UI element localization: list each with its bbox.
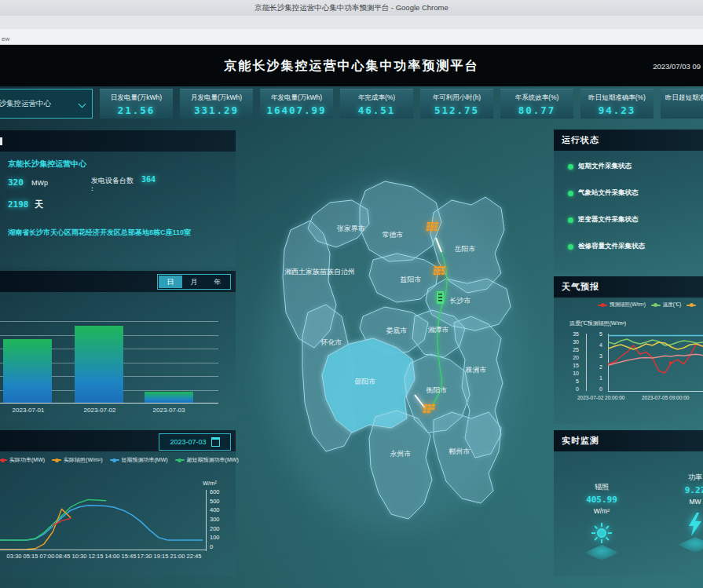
screen: 京能长沙集控运营中心集中功率预测平台 - Google Chrome ew 京能… (0, 0, 703, 588)
dashboard-header: 京能长沙集控运营中心集中功率预测平台 2023/07/03 09 (0, 45, 703, 86)
legend-item[interactable]: 温度(℃) (651, 301, 681, 309)
x-tick-label: 03:30 (7, 553, 22, 560)
map-city-label: 湘潭市 (428, 326, 449, 334)
y-tick-label: 15 (568, 363, 579, 368)
weather-legend: 预测辐照(W/m²) 温度(℃) (598, 301, 703, 309)
days-value: 2198 (8, 199, 29, 210)
x-axis-line (0, 403, 218, 404)
status-item-label: 检修容量文件采集状态 (578, 242, 645, 251)
power-label: 功率 (672, 473, 703, 483)
y-tick-label: 600 (210, 488, 220, 495)
days-unit: 天 (35, 199, 43, 210)
legend-item[interactable]: 预测辐照(W/m²) (598, 301, 646, 309)
temp-axis-line (586, 334, 587, 391)
y-tick-label: 20 (568, 355, 579, 360)
run-status-panel: 运行状态 短期文件采集状态 气象站文件采集状态 (554, 130, 703, 271)
solar-plant-icon[interactable] (426, 222, 438, 231)
control-center-icon[interactable] (437, 291, 444, 304)
stat-value: 21.56 (100, 104, 173, 116)
x-tick-label: 2023-07-05 09:00:00 (642, 395, 689, 400)
bar (3, 339, 52, 403)
irradiance-label: 辐照 (576, 482, 628, 492)
legend-item[interactable]: 超短期预测功率(MW) (175, 456, 239, 464)
dashboard: 京能长沙集控运营中心集中功率预测平台 2023/07/03 09 京能长沙集控运… (0, 45, 703, 588)
calendar-icon[interactable] (211, 437, 220, 447)
clipped-text-fragment (0, 137, 2, 145)
capacity-unit: MWp (31, 179, 48, 187)
legend-label: 实际辐照(W/m²) (64, 456, 102, 464)
solar-plant-icon[interactable] (433, 266, 445, 275)
map-city-label: 岳阳市 (455, 245, 476, 253)
station-select[interactable]: 京能长沙集控运营中心 (0, 89, 93, 119)
stat-value: 46.51 (340, 104, 413, 116)
legend-marker (598, 305, 607, 306)
weather-axis-label: 温度(℃预测辐照(W/m²) (569, 320, 626, 327)
map-city-label: 衡阳市 (427, 386, 448, 394)
browser-toolbar[interactable]: ew (0, 29, 703, 46)
y-tick-label: 5 (599, 331, 602, 337)
map-city-label: 长沙市 (450, 297, 471, 305)
series-line (609, 342, 703, 349)
legend-marker (687, 305, 696, 306)
x-tick-label: 05:15 (24, 553, 38, 560)
y-tick-label: 0 (599, 386, 602, 392)
legend-label: 温度(℃) (663, 301, 681, 309)
legend-dot (178, 458, 181, 462)
y-tick-label: 10 (568, 371, 579, 376)
tab-year[interactable]: 年 (206, 276, 229, 288)
power-legend: 实际功率(MW) 实际辐照(W/m²) 短期预测功率(MW) 超 (0, 456, 239, 464)
stat-value: 94.23 (580, 104, 654, 116)
map-city-label: 娄底市 (386, 327, 408, 334)
x-axis-label: 2023-07-03 (153, 407, 185, 414)
stat-box: 日发电量(万kWh) 21.56 (100, 89, 173, 119)
status-ok-dot (568, 191, 573, 196)
stat-value: 16407.99 (260, 104, 333, 116)
irradiance-unit: W/m² (576, 507, 628, 515)
x-tick-label: 2023-07-02 20:00:00 (577, 395, 624, 400)
province-map: 张家界市常德市岳阳市湘西土家族苗族自治州益阳市长沙市娄底市湘潭市怀化市株洲市邵阳… (236, 128, 551, 581)
legend-item[interactable]: 短期预测功率(MW) (110, 456, 168, 464)
status-ok-dot (568, 244, 573, 250)
legend-item[interactable]: 实际功率(MW) (0, 456, 45, 464)
tab-month[interactable]: 月 (182, 276, 206, 288)
company-name: 京能长沙集控运营中心 (8, 159, 86, 170)
date-picker[interactable]: 2023-07-03 (159, 433, 231, 451)
x-tick-label: 12:15 (89, 553, 104, 560)
panel-header: 运行状态 (554, 130, 703, 151)
legend-item[interactable]: 实际辐照(W/m²) (52, 456, 102, 464)
lightning-bolt-icon (672, 512, 703, 540)
panel-header: 2023-07-03 (0, 430, 236, 451)
status-item: 气象站文件采集状态 (568, 180, 645, 206)
stat-box: 年系统效率(%) 80.77 (500, 89, 573, 119)
y-tick-label: 500 (210, 498, 220, 505)
legend-dot (1, 458, 5, 462)
stat-label: 月发电量(万kWh) (180, 93, 253, 103)
station-address: 湖南省长沙市天心区雨花经济开发区总部基地8栋C座110室 (8, 228, 228, 238)
legend-item[interactable] (687, 301, 698, 309)
y-tick-label: 300 (210, 516, 220, 523)
y-tick-label: 30 (568, 339, 579, 345)
browser-window-title: 京能长沙集控运营中心集中功率预测平台 - Google Chrome (254, 3, 449, 13)
legend-dot (690, 303, 694, 307)
datetime-display: 2023/07/03 09 (653, 62, 701, 71)
map-city-label: 张家界市 (337, 225, 365, 232)
map-city-label: 株洲市 (466, 366, 487, 374)
x-tick-label: 14:00 (105, 553, 120, 560)
realtime-monitor-panel: 实时监测 辐照 405.99 W/m² (554, 430, 703, 576)
generation-chart-panel: 日 月 年 2023-07-012023-07-022023-07-03 (0, 271, 236, 422)
browser-tabstrip[interactable] (0, 16, 703, 29)
device-count-label: 发电设备台数 (91, 176, 134, 186)
stat-label: 年系统效率(%) (500, 93, 573, 103)
stat-box: 昨日超短期准确率(%) (661, 89, 703, 119)
tab-day[interactable]: 日 (159, 276, 182, 288)
legend-dot (654, 303, 657, 307)
chevron-down-icon (79, 100, 86, 108)
x-axis-label: 2023-07-01 (13, 407, 45, 414)
x-axis-line (0, 550, 206, 550)
station-info-panel: 京能长沙集控运营中心 320 MWp 发电设备台数 364 ∶ 2198 天 湖… (0, 130, 236, 267)
url-text-fragment: ew (2, 35, 9, 42)
power-value: 9.27 (672, 485, 703, 495)
x-tick-label: 10:30 (72, 553, 87, 560)
x-axis-line (608, 391, 703, 392)
series-line (609, 345, 703, 373)
